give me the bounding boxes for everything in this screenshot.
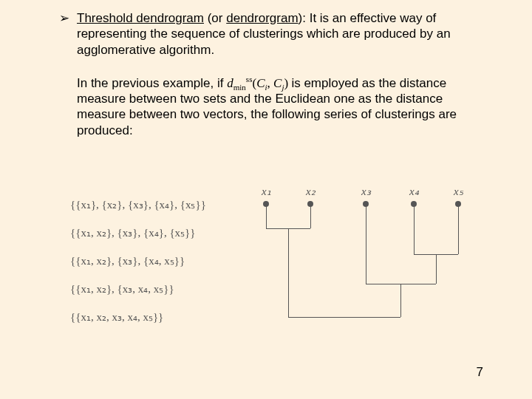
leaf-label-x4: x₄ <box>409 185 419 198</box>
clustering-step-1: {{x₁, x₂}, {x₃}, {x₄}, {x₅}} <box>70 226 196 239</box>
figure-area: {{x₁}, {x₂}, {x₃}, {x₄}, {x₅}} {{x₁, x₂}… <box>70 188 484 343</box>
dendro-edge <box>400 284 401 317</box>
dendro-edge <box>414 204 415 254</box>
formula-C2: C <box>273 76 282 90</box>
clustering-step-0: {{x₁}, {x₂}, {x₃}, {x₄}, {x₅}} <box>70 198 206 211</box>
clustering-step-2: {{x₁, x₂}, {x₃}, {x₄, x₅}} <box>70 254 185 267</box>
bullet-between: (or <box>204 11 226 25</box>
term-threshold-dendrogram: Threshold dendrogram <box>77 11 204 25</box>
formula-comma: , <box>267 76 274 90</box>
dendro-edge <box>366 204 366 284</box>
dendro-edge <box>266 204 267 228</box>
formula-d: d <box>227 76 233 90</box>
distance-formula: dminss(Ci, Cj) <box>227 76 291 90</box>
leaf-label-x1: x₁ <box>262 185 271 198</box>
leaf-label-x2: x₂ <box>306 185 316 198</box>
formula-C1: C <box>256 76 265 90</box>
dendro-edge <box>436 254 437 284</box>
dendro-edge <box>288 228 289 317</box>
page-number: 7 <box>477 365 483 380</box>
dendro-edge <box>458 204 459 254</box>
dendro-edge <box>288 317 400 318</box>
formula-sub-min: min <box>233 83 246 92</box>
leaf-label-x5: x₅ <box>454 185 463 198</box>
clustering-step-3: {{x₁, x₂}, {x₃, x₄, x₅}} <box>70 282 174 296</box>
clustering-step-4: {{x₁, x₂, x₃, x₄, x₅}} <box>70 310 163 324</box>
term-dendrorgram: dendrorgram <box>226 11 298 25</box>
bullet-text: Threshold dendrogram (or dendrorgram): I… <box>77 10 488 58</box>
para-pre: In the previous example, if <box>77 76 227 90</box>
dendrogram: x₁ x₂ x₃ x₄ x₅ <box>255 188 477 335</box>
dendro-edge <box>310 204 311 228</box>
bullet-item: ➢ Threshold dendrogram (or dendrorgram):… <box>59 10 488 58</box>
example-paragraph: In the previous example, if dminss(Ci, C… <box>77 75 488 138</box>
arrow-bullet-icon: ➢ <box>59 10 77 58</box>
leaf-label-x3: x₃ <box>361 185 371 198</box>
formula-close: ) <box>284 76 288 90</box>
